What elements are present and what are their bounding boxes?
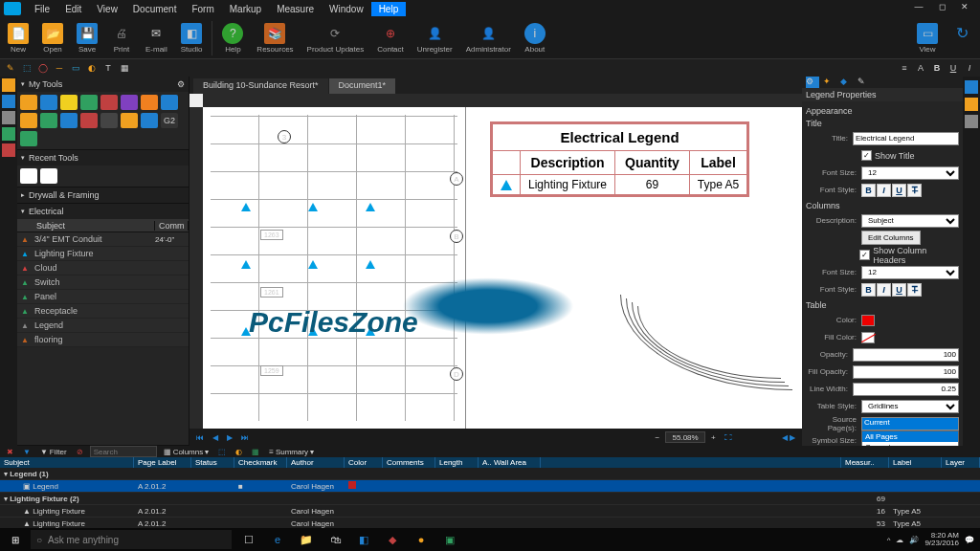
qb-tool-4[interactable]: ─ bbox=[53, 61, 66, 75]
bg-tool[interactable]: ⊘ bbox=[74, 448, 86, 456]
tool-item[interactable]: G2 bbox=[161, 113, 178, 128]
lighting-fixture-icon[interactable] bbox=[241, 260, 251, 269]
lighting-fixture-icon[interactable] bbox=[308, 327, 318, 336]
tool-item[interactable] bbox=[141, 95, 158, 110]
qb-tool-3[interactable]: ◯ bbox=[36, 61, 50, 75]
fillcolor-swatch[interactable] bbox=[861, 332, 875, 343]
dropdown-option[interactable]: Current bbox=[862, 442, 958, 447]
grid-group[interactable]: ▾ Legend (1) bbox=[0, 468, 980, 480]
canvas[interactable]: 3 1263 1261 1259 A B C D Electr bbox=[189, 94, 802, 429]
italic-button[interactable]: I bbox=[877, 283, 891, 297]
ribbon-save[interactable]: 💾Save bbox=[73, 23, 101, 54]
tool-item[interactable] bbox=[20, 95, 37, 110]
nav-prev[interactable]: ◀ bbox=[210, 433, 221, 442]
store-icon[interactable]: 🛍 bbox=[322, 528, 348, 551]
ribbon-print[interactable]: 🖨Print bbox=[107, 23, 136, 54]
bg-tool[interactable]: ▼ bbox=[20, 448, 33, 456]
menu-document[interactable]: Document bbox=[125, 2, 185, 16]
fontsize-select[interactable]: 12 bbox=[861, 166, 959, 180]
lighting-fixture-icon[interactable] bbox=[241, 327, 251, 336]
rstrip-3[interactable] bbox=[965, 115, 978, 128]
electrical-item[interactable]: ▲3/4" EMT Conduit24'-0" bbox=[17, 232, 189, 247]
strip-tab-5[interactable] bbox=[2, 143, 15, 157]
ribbon-contact[interactable]: ⊕Contact bbox=[373, 23, 408, 54]
qb-tool-1[interactable]: ✎ bbox=[4, 61, 17, 75]
fit-page[interactable]: ⛶ bbox=[722, 433, 735, 442]
edit-columns-button[interactable]: Edit Columns bbox=[861, 231, 921, 245]
zoom-out[interactable]: − bbox=[652, 433, 662, 442]
tool-item[interactable] bbox=[40, 95, 57, 110]
underline-button[interactable]: U bbox=[892, 184, 906, 197]
tool-item[interactable] bbox=[100, 113, 118, 128]
qb-italic[interactable]: I bbox=[963, 61, 976, 75]
ribbon-open[interactable]: 📂Open bbox=[38, 23, 67, 54]
ribbon-studio[interactable]: ◧Studio bbox=[177, 23, 207, 54]
lighting-fixture-icon[interactable] bbox=[366, 203, 375, 211]
sourcepages-select[interactable]: Current bbox=[861, 417, 959, 430]
ribbon-view-mode[interactable]: ▭View bbox=[913, 23, 942, 54]
electrical-item[interactable]: ▲Switch bbox=[17, 276, 189, 290]
ribbon-email[interactable]: ✉E-mail bbox=[142, 23, 171, 54]
tab-document1[interactable]: Document1* bbox=[329, 78, 396, 94]
menu-window[interactable]: Window bbox=[322, 2, 371, 16]
app-icon[interactable]: ◆ bbox=[379, 528, 406, 551]
qb-tool-2[interactable]: ⬚ bbox=[20, 61, 33, 75]
electrical-item[interactable]: ▲Panel bbox=[17, 290, 189, 304]
electrical-header[interactable]: ▾Electrical bbox=[17, 204, 189, 219]
strip-tab-1[interactable] bbox=[2, 78, 15, 92]
app-icon[interactable]: ● bbox=[408, 528, 434, 551]
tool-item[interactable] bbox=[121, 113, 138, 128]
menu-form[interactable]: Form bbox=[184, 2, 221, 16]
strike-button[interactable]: T̶ bbox=[907, 184, 922, 197]
bg-tool[interactable]: ✖ bbox=[4, 448, 16, 456]
bold-button[interactable]: B bbox=[861, 184, 876, 197]
tool-item[interactable] bbox=[60, 95, 78, 110]
qb-font[interactable]: A bbox=[914, 61, 927, 75]
explorer-icon[interactable]: 📁 bbox=[293, 528, 320, 551]
color-swatch[interactable] bbox=[861, 315, 875, 326]
tool-item[interactable] bbox=[141, 113, 158, 128]
bg-tool[interactable]: ⬚ bbox=[215, 448, 229, 456]
fillopacity-input[interactable] bbox=[853, 365, 959, 379]
props-tab-3[interactable]: ◆ bbox=[840, 77, 854, 88]
strip-tab-3[interactable] bbox=[2, 111, 15, 124]
tool-item[interactable] bbox=[121, 95, 138, 110]
linewidth-input[interactable] bbox=[853, 383, 959, 396]
nav-first[interactable]: ⏮ bbox=[193, 433, 207, 442]
underline-button[interactable]: U bbox=[892, 283, 906, 297]
opacity-input[interactable] bbox=[853, 348, 959, 362]
tool-item[interactable] bbox=[20, 168, 37, 184]
qb-tool-5[interactable]: ▭ bbox=[69, 61, 82, 75]
recent-header[interactable]: ▾Recent Tools bbox=[17, 150, 189, 165]
props-tab-2[interactable]: ✦ bbox=[823, 77, 836, 88]
app-icon[interactable]: ▣ bbox=[436, 528, 463, 551]
lighting-fixture-icon[interactable] bbox=[366, 327, 375, 336]
summary-button[interactable]: ≡ Summary ▾ bbox=[266, 448, 317, 456]
lighting-fixture-icon[interactable] bbox=[308, 203, 318, 211]
electrical-item[interactable]: ▲Lighting Fixture bbox=[17, 247, 189, 261]
rstrip-2[interactable] bbox=[965, 98, 978, 111]
mytools-header[interactable]: ▾My Tools⚙ bbox=[17, 77, 189, 92]
electrical-item[interactable]: ▲Cloud bbox=[17, 261, 189, 276]
menu-edit[interactable]: Edit bbox=[57, 2, 89, 16]
col-fontsize-select[interactable]: 12 bbox=[861, 266, 959, 279]
volume-icon[interactable]: 🔊 bbox=[909, 536, 919, 544]
ribbon-resources[interactable]: 📚Resources bbox=[253, 23, 297, 54]
ribbon-revu[interactable]: ↻ bbox=[947, 23, 976, 54]
props-tab-4[interactable]: ✎ bbox=[858, 77, 871, 88]
show-headers-checkbox[interactable]: ✓ bbox=[859, 250, 870, 260]
qb-tool-8[interactable]: ▦ bbox=[118, 61, 131, 75]
tablestyle-select[interactable]: Gridlines bbox=[861, 400, 959, 413]
tool-item[interactable] bbox=[40, 168, 57, 184]
tool-item[interactable] bbox=[161, 95, 178, 110]
dropdown-option[interactable]: All Pages bbox=[862, 431, 958, 442]
lighting-fixture-icon[interactable] bbox=[308, 260, 318, 269]
qb-tool-7[interactable]: T bbox=[101, 61, 115, 75]
edge-icon[interactable]: e bbox=[264, 528, 291, 551]
tool-item[interactable] bbox=[40, 113, 57, 128]
legend-table[interactable]: Electrical Legend DescriptionQuantityLab… bbox=[490, 121, 749, 197]
ribbon-help[interactable]: ?Help bbox=[218, 23, 247, 54]
qb-align[interactable]: ≡ bbox=[898, 61, 911, 75]
columns-button[interactable]: ▦ Columns ▾ bbox=[161, 448, 212, 456]
bold-button[interactable]: B bbox=[861, 283, 876, 297]
